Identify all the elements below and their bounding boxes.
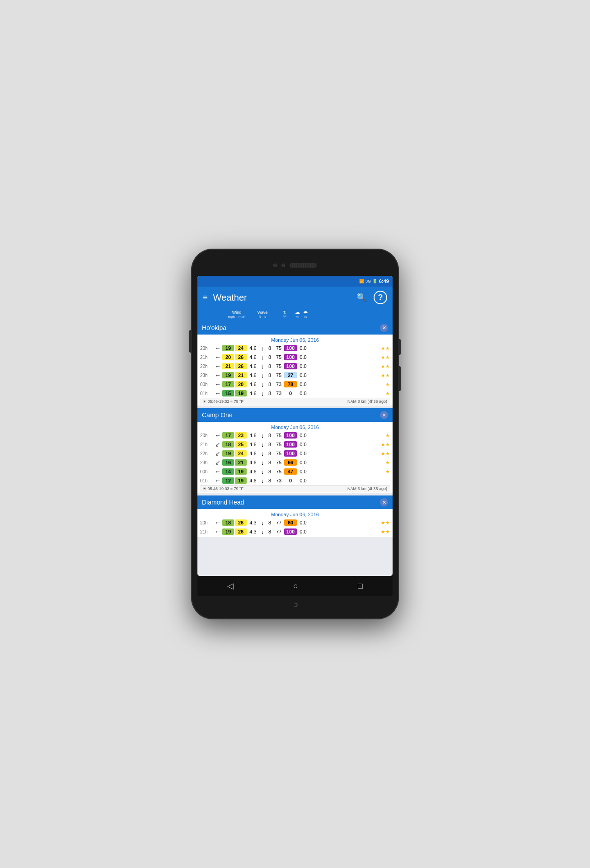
rain-cell: 0.0 [297,451,309,456]
wave-height-cell: 4.6 [247,469,259,474]
sensor [281,264,285,267]
side-button-left[interactable] [189,330,192,353]
wave-col-header: Wave ft s [249,310,276,319]
home-button[interactable]: ○ [284,578,307,594]
wind-direction-arrow: ← [214,432,222,439]
wave-direction-arrow: ↓ [259,528,266,535]
rating-stars: ★ [309,391,390,396]
temp-cell: 75 [273,442,284,447]
data-row: 01h ← 15 19 4.6 ↓ 8 73 0 0.0 ★ [200,389,390,398]
location-block: Camp One✕Monday Jun 06, 2016 20h ← 17 23… [197,408,393,493]
location-header: Camp One✕ [197,408,393,422]
location-block: Diamond Head✕Monday Jun 06, 2016 20h ← 1… [197,495,393,537]
wave-height-cell: 4.6 [247,451,259,456]
gust-speed-cell: 26 [235,363,247,369]
wave-period-cell: 8 [266,382,273,387]
wave-direction-arrow: ↓ [259,432,266,439]
rating-stars: ★★ [309,520,390,526]
cloud-cell: 100 [284,528,297,535]
rain-cell: 0.0 [297,363,309,369]
wave-direction-arrow: ↓ [259,390,266,397]
wave-period-cell: 8 [266,451,273,456]
time-cell: 01h [200,478,214,483]
wave-direction-arrow: ↓ [259,363,266,370]
rating-stars: ★ [309,382,390,387]
rain-cell: 0.0 [297,520,309,525]
time-cell: 21h [200,442,214,447]
time-cell: 22h [200,451,214,456]
data-row: 01h ← 12 19 4.6 ↓ 8 73 0 0.0 [200,476,390,485]
gust-speed-cell: 23 [235,432,247,439]
battery-icon: 🔋 [372,279,377,283]
rain-cell: 0.0 [297,529,309,534]
wind-speed-cell: 19 [222,528,234,535]
data-row: 20h ← 19 24 4.6 ↓ 8 75 100 0.0 ★★ [200,344,390,353]
close-location-button[interactable]: ✕ [380,411,388,419]
brand-logo: ↄ [293,600,297,609]
rain-cell: 0.0 [297,354,309,360]
wind-col-header: Wind mph mph [225,310,249,319]
data-row: 23h ↙ 16 21 4.6 ↓ 8 75 66 0.0 ★ [200,458,390,467]
cloud-cell: 100 [284,354,297,360]
wave-height-cell: 4.6 [247,442,259,447]
side-button-right1[interactable] [398,339,401,355]
gust-speed-cell: 19 [235,390,247,396]
help-icon[interactable]: ? [374,291,387,304]
cloud-cell: 27 [284,372,297,378]
cloud-cell: 100 [284,363,297,369]
wave-period-cell: 8 [266,433,273,438]
close-location-button[interactable]: ✕ [380,324,388,332]
weather-content[interactable]: Ho'okipa✕Monday Jun 06, 2016 20h ← 19 24… [197,321,393,576]
wave-height-cell: 4.6 [247,373,259,378]
temp-cell: 75 [273,460,284,465]
wind-direction-arrow: ← [214,390,222,397]
model-info: NAM 3 km (4h35 ago) [347,486,387,491]
wave-direction-arrow: ↓ [259,477,266,484]
cloud-cell: 66 [284,459,297,466]
temp-cell: 73 [273,382,284,387]
temp-cell: 77 [273,520,284,525]
data-row: 21h ↙ 18 25 4.6 ↓ 8 75 100 0.0 ★★ [200,440,390,449]
status-time: 6:49 [379,278,389,284]
data-row: 22h ← 21 26 4.6 ↓ 8 75 100 0.0 ★★ [200,362,390,371]
model-info: NAM 3 km (4h35 ago) [347,399,387,404]
location-name: Ho'okipa [202,324,226,331]
side-button-right2[interactable] [398,366,401,391]
wave-height-cell: 4.6 [247,345,259,351]
cloud-cell: 0 [284,390,297,396]
wind-direction-arrow: ↙ [214,459,222,466]
cloud-cell: 60 [284,519,297,526]
gust-speed-cell: 26 [235,528,247,535]
gust-speed-cell: 19 [235,477,247,484]
wave-height-cell: 4.6 [247,391,259,396]
location-data-area: Monday Jun 06, 2016 20h ← 19 24 4.6 ↓ 8 … [197,335,393,406]
wind-direction-arrow: ↙ [214,450,222,457]
app-title: Weather [213,292,349,303]
wind-speed-cell: 19 [222,345,234,351]
search-icon[interactable]: 🔍 [355,291,368,304]
sunrise-info: ☀ 05:46-19:02 ≈ 79 °F [203,399,243,404]
wave-height-cell: 4.6 [247,460,259,465]
menu-icon[interactable]: ≡ [203,293,208,302]
recents-button[interactable]: □ [349,578,372,594]
gust-speed-cell: 25 [235,441,247,448]
time-cell: 20h [200,346,214,351]
column-headers: Wind mph mph Wave ft s T. °F ☁ % [197,308,393,321]
wave-height-cell: 4.6 [247,478,259,483]
back-button[interactable]: ◁ [218,577,243,594]
wind-direction-arrow: ← [214,344,222,352]
close-location-button[interactable]: ✕ [380,498,388,506]
data-row: 21h ← 19 26 4.3 ↓ 8 77 100 0.0 ★★ [200,527,390,536]
sunrise-info: ☀ 05:46-19:03 ≈ 79 °F [203,486,243,491]
wave-height-cell: 4.3 [247,529,259,534]
gust-speed-cell: 26 [235,354,247,360]
wave-period-cell: 8 [266,391,273,396]
temp-cell: 73 [273,391,284,396]
temp-cell: 75 [273,451,284,456]
location-block: Ho'okipa✕Monday Jun 06, 2016 20h ← 19 24… [197,321,393,406]
data-row: 00h ← 17 20 4.6 ↓ 8 73 78 0.0 ★ [200,380,390,389]
gust-speed-cell: 21 [235,372,247,378]
rain-cell: 0.0 [297,478,309,483]
status-bar: 📶 3G 🔋 6:49 [197,276,393,287]
wind-direction-arrow: ← [214,528,222,535]
